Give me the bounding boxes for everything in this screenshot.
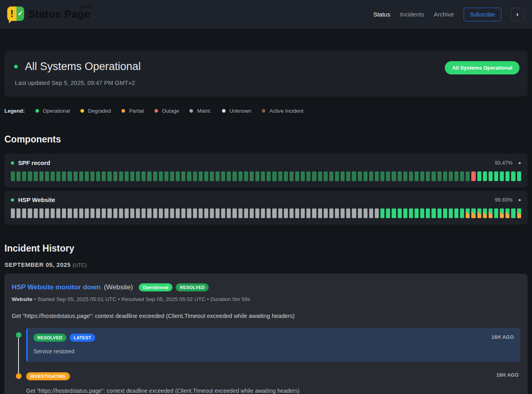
uptime-bar-operational[interactable]	[443, 208, 447, 218]
uptime-bar-operational-dim[interactable]	[431, 171, 435, 181]
uptime-bar-unknown[interactable]	[244, 208, 248, 218]
uptime-bar-operational-dim[interactable]	[34, 171, 38, 181]
uptime-bar-operational-dim[interactable]	[295, 171, 299, 181]
uptime-bar-unknown[interactable]	[102, 208, 106, 218]
uptime-bar-unknown[interactable]	[261, 208, 265, 218]
uptime-bar-operational-dim[interactable]	[352, 171, 356, 181]
uptime-bar-operational-dim[interactable]	[181, 171, 185, 181]
uptime-bar-operational[interactable]	[483, 171, 487, 181]
nav-incidents[interactable]: Incidents	[400, 11, 424, 18]
uptime-bar-operational-dim[interactable]	[164, 171, 168, 181]
uptime-bar-operational-dim[interactable]	[238, 171, 242, 181]
uptime-bar-operational-dim[interactable]	[90, 171, 94, 181]
uptime-bar-operational[interactable]	[415, 208, 419, 218]
uptime-bar-partial[interactable]	[517, 208, 521, 218]
uptime-bar-unknown[interactable]	[28, 208, 32, 218]
uptime-bar-unknown[interactable]	[204, 208, 208, 218]
uptime-bar-operational-dim[interactable]	[28, 171, 32, 181]
uptime-bar-unknown[interactable]	[56, 208, 60, 218]
uptime-bar-operational[interactable]	[489, 171, 493, 181]
uptime-bar-unknown[interactable]	[85, 208, 89, 218]
uptime-bar-operational-dim[interactable]	[16, 171, 21, 181]
uptime-bar-operational-dim[interactable]	[125, 171, 129, 181]
uptime-bar-unknown[interactable]	[11, 208, 15, 218]
uptime-bar-unknown[interactable]	[295, 208, 299, 218]
uptime-bar-operational-dim[interactable]	[232, 171, 236, 181]
uptime-bar-operational-dim[interactable]	[176, 171, 180, 181]
uptime-bar-operational-dim[interactable]	[420, 171, 424, 181]
uptime-bar-unknown[interactable]	[153, 208, 157, 218]
uptime-bar-operational[interactable]	[517, 171, 521, 181]
uptime-bar-operational-dim[interactable]	[306, 171, 310, 181]
uptime-bar-unknown[interactable]	[324, 208, 328, 218]
uptime-bar-outage[interactable]	[471, 171, 475, 181]
uptime-bar-operational-dim[interactable]	[290, 171, 294, 181]
uptime-bar-unknown[interactable]	[335, 208, 339, 218]
uptime-bar-operational[interactable]	[449, 208, 453, 218]
uptime-bar-unknown[interactable]	[74, 208, 78, 218]
uptime-bar-operational-dim[interactable]	[51, 171, 55, 181]
uptime-bar-operational-dim[interactable]	[227, 171, 231, 181]
incident-title-link[interactable]: HSP Website monitor down	[12, 283, 101, 291]
uptime-bar-operational-dim[interactable]	[142, 171, 146, 181]
uptime-bar-operational[interactable]	[500, 171, 504, 181]
uptime-bar-operational-dim[interactable]	[449, 171, 453, 181]
uptime-bar-operational-dim[interactable]	[426, 171, 430, 181]
uptime-bar-operational-dim[interactable]	[187, 171, 191, 181]
uptime-bar-unknown[interactable]	[16, 208, 21, 218]
uptime-bar-operational-dim[interactable]	[136, 171, 140, 181]
uptime-bar-unknown[interactable]	[227, 208, 231, 218]
uptime-bar-unknown[interactable]	[216, 208, 220, 218]
uptime-bar-operational[interactable]	[409, 208, 413, 218]
uptime-bar-operational-dim[interactable]	[443, 171, 447, 181]
uptime-bar-operational-dim[interactable]	[329, 171, 333, 181]
uptime-bar-operational-dim[interactable]	[261, 171, 265, 181]
uptime-bar-operational-dim[interactable]	[375, 171, 379, 181]
theme-toggle-button[interactable]: ◐	[511, 8, 525, 21]
uptime-bar-operational-dim[interactable]	[193, 171, 197, 181]
uptime-bar-operational[interactable]	[494, 208, 498, 218]
uptime-bar-operational-dim[interactable]	[153, 171, 157, 181]
uptime-bar-operational-dim[interactable]	[454, 171, 458, 181]
uptime-bar-partial[interactable]	[466, 208, 470, 218]
uptime-bar-operational[interactable]	[438, 208, 442, 218]
uptime-bar-unknown[interactable]	[130, 208, 134, 218]
uptime-bar-unknown[interactable]	[90, 208, 94, 218]
uptime-bar-operational-dim[interactable]	[159, 171, 163, 181]
uptime-bar-unknown[interactable]	[113, 208, 117, 218]
uptime-bar-unknown[interactable]	[147, 208, 151, 218]
uptime-bar-operational[interactable]	[392, 208, 396, 218]
uptime-bar-unknown[interactable]	[329, 208, 333, 218]
uptime-bar-operational-dim[interactable]	[68, 171, 72, 181]
uptime-bar-unknown[interactable]	[181, 208, 185, 218]
uptime-bar-unknown[interactable]	[352, 208, 356, 218]
uptime-bar-unknown[interactable]	[45, 208, 49, 218]
uptime-bar-unknown[interactable]	[267, 208, 271, 218]
uptime-bar-operational-dim[interactable]	[102, 171, 106, 181]
uptime-bar-operational-dim[interactable]	[364, 171, 368, 181]
uptime-bar-operational-dim[interactable]	[272, 171, 276, 181]
uptime-bar-operational-dim[interactable]	[130, 171, 134, 181]
uptime-bar-partial[interactable]	[500, 208, 504, 218]
uptime-bar-operational-dim[interactable]	[85, 171, 89, 181]
uptime-bar-unknown[interactable]	[358, 208, 362, 218]
uptime-bar-operational-dim[interactable]	[107, 171, 111, 181]
uptime-bar-operational-dim[interactable]	[45, 171, 49, 181]
uptime-bar-operational-dim[interactable]	[301, 171, 305, 181]
nav-status[interactable]: Status	[373, 11, 390, 18]
uptime-bar-partial[interactable]	[483, 208, 487, 218]
uptime-bar-unknown[interactable]	[176, 208, 180, 218]
uptime-bar-unknown[interactable]	[312, 208, 316, 218]
uptime-bar-unknown[interactable]	[250, 208, 254, 218]
uptime-bar-unknown[interactable]	[193, 208, 197, 218]
uptime-bar-unknown[interactable]	[142, 208, 146, 218]
expand-arrow-icon[interactable]: ▸	[519, 197, 521, 202]
uptime-bar-operational-dim[interactable]	[358, 171, 362, 181]
uptime-bar-unknown[interactable]	[51, 208, 55, 218]
uptime-bar-operational-dim[interactable]	[284, 171, 288, 181]
expand-arrow-icon[interactable]: ▸	[519, 160, 521, 165]
uptime-bar-operational-dim[interactable]	[335, 171, 339, 181]
uptime-bar-operational-dim[interactable]	[386, 171, 390, 181]
uptime-bar-unknown[interactable]	[125, 208, 129, 218]
uptime-bar-unknown[interactable]	[301, 208, 305, 218]
